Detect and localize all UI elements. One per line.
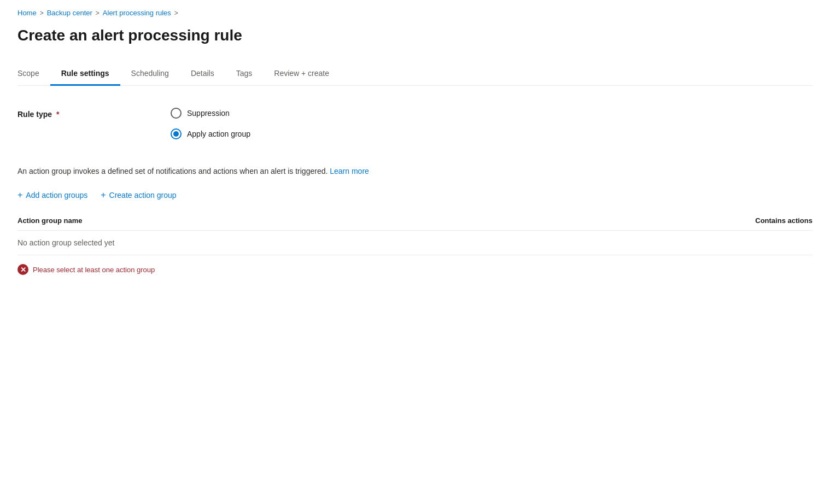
create-action-group-label: Create action group [109, 191, 177, 200]
table-empty-message: No action group selected yet [17, 238, 114, 247]
radio-suppression-circle[interactable] [171, 108, 182, 119]
radio-option-apply-action-group[interactable]: Apply action group [171, 128, 250, 139]
add-action-groups-plus-icon: + [17, 190, 22, 200]
required-star: * [54, 110, 59, 119]
tab-rule-settings[interactable]: Rule settings [50, 63, 120, 86]
table-header: Action group name Contains actions [17, 211, 813, 231]
tab-tags[interactable]: Tags [225, 63, 264, 86]
rule-type-section: Rule type * Suppression Apply action gro… [17, 108, 813, 139]
radio-suppression-label: Suppression [187, 109, 230, 118]
rule-type-radio-group: Suppression Apply action group [171, 108, 250, 139]
error-text: Please select at least one action group [33, 266, 155, 274]
breadcrumb-separator-1: > [40, 9, 44, 17]
table-empty-row: No action group selected yet [17, 231, 813, 255]
error-icon: ✕ [17, 264, 28, 275]
rule-type-label: Rule type * [17, 108, 171, 119]
breadcrumb-separator-3: > [174, 9, 178, 17]
tab-review-create[interactable]: Review + create [263, 63, 340, 86]
action-groups-table: Action group name Contains actions No ac… [17, 211, 813, 255]
radio-apply-action-group-circle[interactable] [171, 128, 182, 139]
table-header-action-group-name: Action group name [17, 216, 82, 225]
add-action-groups-label: Add action groups [26, 191, 87, 200]
page-container: Home > Backup center > Alert processing … [0, 0, 830, 292]
breadcrumb-home[interactable]: Home [17, 9, 37, 17]
breadcrumb-alert-processing-rules[interactable]: Alert processing rules [103, 9, 171, 17]
form-content: Rule type * Suppression Apply action gro… [17, 108, 813, 275]
error-section: ✕ Please select at least one action grou… [17, 264, 813, 275]
description-text: An action group invokes a defined set of… [17, 166, 813, 177]
learn-more-link[interactable]: Learn more [330, 167, 369, 175]
tab-details[interactable]: Details [180, 63, 225, 86]
table-header-contains-actions: Contains actions [755, 216, 813, 225]
breadcrumb-separator-2: > [96, 9, 100, 17]
create-action-group-plus-icon: + [101, 190, 106, 200]
radio-option-suppression[interactable]: Suppression [171, 108, 250, 119]
action-buttons: + Add action groups + Create action grou… [17, 190, 813, 200]
create-action-group-button[interactable]: + Create action group [101, 190, 176, 200]
breadcrumb: Home > Backup center > Alert processing … [17, 9, 813, 17]
breadcrumb-backup-center[interactable]: Backup center [47, 9, 92, 17]
tab-scope[interactable]: Scope [17, 63, 50, 86]
page-title: Create an alert processing rule [17, 26, 813, 45]
radio-apply-action-group-label: Apply action group [187, 130, 250, 138]
tabs-container: Scope Rule settings Scheduling Details T… [17, 63, 813, 86]
description-section: An action group invokes a defined set of… [17, 166, 813, 177]
add-action-groups-button[interactable]: + Add action groups [17, 190, 87, 200]
tab-scheduling[interactable]: Scheduling [120, 63, 180, 86]
